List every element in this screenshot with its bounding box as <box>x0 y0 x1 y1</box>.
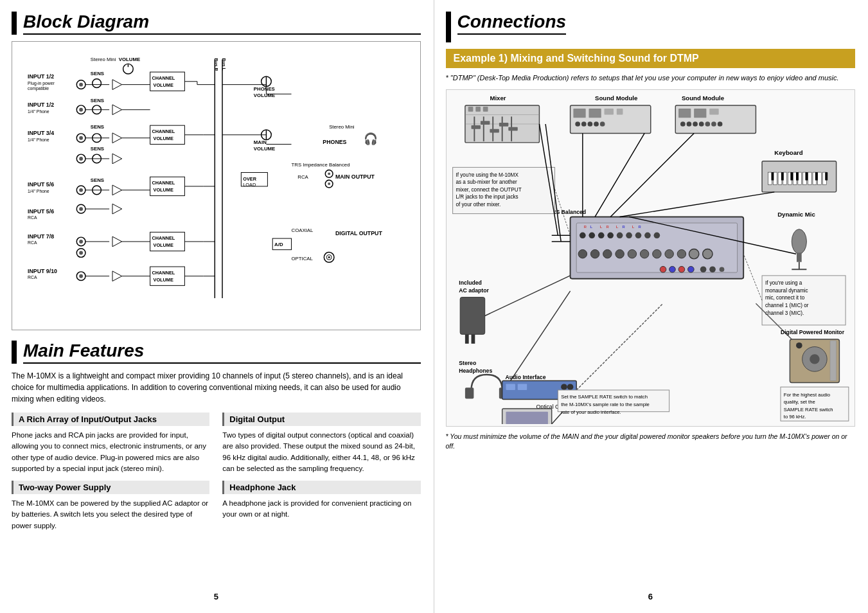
svg-point-222 <box>669 267 675 273</box>
svg-rect-257 <box>471 335 475 344</box>
svg-text:TRS Impedance Balanced: TRS Impedance Balanced <box>292 162 350 168</box>
svg-point-67 <box>79 240 83 244</box>
svg-text:compatible: compatible <box>28 86 49 91</box>
svg-text:SENS: SENS <box>91 124 104 130</box>
svg-point-171 <box>711 122 716 127</box>
svg-rect-255 <box>460 298 485 335</box>
svg-text:SENS: SENS <box>91 177 104 183</box>
svg-text:INPUT 1/2: INPUT 1/2 <box>28 73 54 80</box>
connections-diagram: Mixer Sound Module <box>446 89 856 427</box>
svg-point-269 <box>567 384 573 391</box>
svg-rect-155 <box>616 109 623 115</box>
svg-point-204 <box>607 233 614 239</box>
svg-text:L: L <box>590 225 592 229</box>
svg-text:rate of your audio interface.: rate of your audio interface. <box>561 409 621 415</box>
svg-text:Stereo: Stereo <box>459 360 476 367</box>
svg-point-79 <box>79 274 83 278</box>
svg-point-172 <box>717 122 722 127</box>
svg-point-166 <box>680 122 685 127</box>
svg-rect-137 <box>468 107 473 112</box>
main-features-header: Main Features <box>12 341 421 364</box>
svg-point-223 <box>678 267 685 273</box>
svg-rect-165 <box>709 109 718 115</box>
feature-item-3: Headphone Jack A headphone jack is provi… <box>222 481 420 531</box>
svg-text:MAIN OUTPUT: MAIN OUTPUT <box>335 173 375 180</box>
svg-text:as a sub-mixer for another: as a sub-mixer for another <box>456 180 517 186</box>
svg-text:Dynamic Mic: Dynamic Mic <box>777 211 815 218</box>
page: Block Diagram Bus R Bus L Stereo Mini VO… <box>0 0 868 613</box>
left-page-number: 5 <box>12 585 421 601</box>
svg-point-12 <box>93 79 102 88</box>
features-header-bar <box>12 341 17 364</box>
feature-body-1: Two types of digital output connectors (… <box>222 430 420 474</box>
svg-point-211 <box>590 250 599 258</box>
svg-point-167 <box>686 122 691 127</box>
connections-title: Connections <box>457 12 567 35</box>
svg-point-170 <box>705 122 710 127</box>
svg-point-117 <box>328 182 330 185</box>
svg-point-206 <box>626 233 632 239</box>
right-page-number: 6 <box>446 585 856 601</box>
svg-rect-192 <box>815 172 817 181</box>
svg-marker-56 <box>112 185 122 195</box>
block-diagram-header: Block Diagram <box>12 12 421 35</box>
svg-line-297 <box>610 134 694 217</box>
svg-text:SAMPLE RATE switch: SAMPLE RATE switch <box>783 407 833 413</box>
svg-text:SENS: SENS <box>91 98 104 103</box>
svg-point-287 <box>810 355 819 364</box>
svg-point-220 <box>702 249 712 259</box>
svg-marker-38 <box>112 133 122 143</box>
svg-rect-183 <box>808 172 811 184</box>
svg-text:Stereo Mini: Stereo Mini <box>329 124 355 130</box>
svg-text:DIGITAL OUTPUT: DIGITAL OUTPUT <box>335 230 382 236</box>
svg-marker-84 <box>112 271 122 281</box>
svg-text:Plug-in power: Plug-in power <box>28 81 55 86</box>
svg-point-156 <box>575 122 580 127</box>
svg-text:CHANNEL: CHANNEL <box>152 235 175 241</box>
svg-rect-256 <box>465 335 468 344</box>
svg-text:1/4" Phone: 1/4" Phone <box>28 138 49 142</box>
right-page: Connections Example 1) Mixing and Switch… <box>434 0 869 613</box>
svg-point-59 <box>79 207 83 211</box>
svg-text:OPTICAL: OPTICAL <box>292 256 314 262</box>
svg-text:Keyboard: Keyboard <box>774 150 802 157</box>
svg-rect-146 <box>480 121 489 125</box>
svg-text:Stereo Mini: Stereo Mini <box>91 57 116 62</box>
svg-point-214 <box>628 250 636 258</box>
example-note: * "DTMP" (Desk-Top Media Production) ref… <box>446 73 856 83</box>
svg-point-158 <box>587 122 592 127</box>
svg-point-215 <box>640 250 648 258</box>
svg-rect-274 <box>506 412 547 424</box>
svg-point-225 <box>700 267 706 273</box>
svg-text:the M-10MX's sample rate to th: the M-10MX's sample rate to the sample <box>561 402 650 407</box>
svg-point-217 <box>664 250 673 258</box>
feature-body-0: Phone jacks and RCA pin jacks are provid… <box>12 430 209 474</box>
svg-text:INPUT 9/10: INPUT 9/10 <box>28 268 57 274</box>
svg-rect-196 <box>796 253 801 262</box>
svg-text:VOLUME: VOLUME <box>154 242 173 248</box>
svg-text:of your other mixer.: of your other mixer. <box>456 202 500 208</box>
svg-text:CHANNEL: CHANNEL <box>152 129 175 134</box>
main-features-section: Main Features The M-10MX is a lightweigh… <box>12 341 421 585</box>
svg-rect-189 <box>790 172 793 181</box>
svg-text:VOLUME: VOLUME <box>154 187 173 193</box>
svg-rect-149 <box>508 127 517 131</box>
svg-text:COAXIAL: COAXIAL <box>292 227 314 233</box>
svg-text:RCA: RCA <box>297 174 308 180</box>
svg-text:SENS: SENS <box>91 146 104 152</box>
svg-text:INPUT 7/8: INPUT 7/8 <box>28 233 54 240</box>
svg-point-126 <box>328 256 330 258</box>
bottom-note: * You must minimize the volume of the MA… <box>446 432 856 450</box>
svg-point-216 <box>652 250 660 258</box>
svg-point-169 <box>698 122 704 127</box>
svg-text:CHANNEL: CHANNEL <box>152 75 175 81</box>
svg-text:If you're using the M-10MX: If you're using the M-10MX <box>456 172 518 178</box>
svg-rect-261 <box>465 388 473 399</box>
svg-point-224 <box>687 267 694 273</box>
svg-text:RCA: RCA <box>28 240 37 245</box>
svg-text:Sound Module: Sound Module <box>681 95 724 102</box>
svg-point-10 <box>79 83 83 87</box>
features-grid: A Rich Array of Input/Output Jacks Phone… <box>12 413 421 531</box>
svg-text:RCA: RCA <box>28 275 37 280</box>
svg-text:VOLUME: VOLUME <box>154 136 173 141</box>
